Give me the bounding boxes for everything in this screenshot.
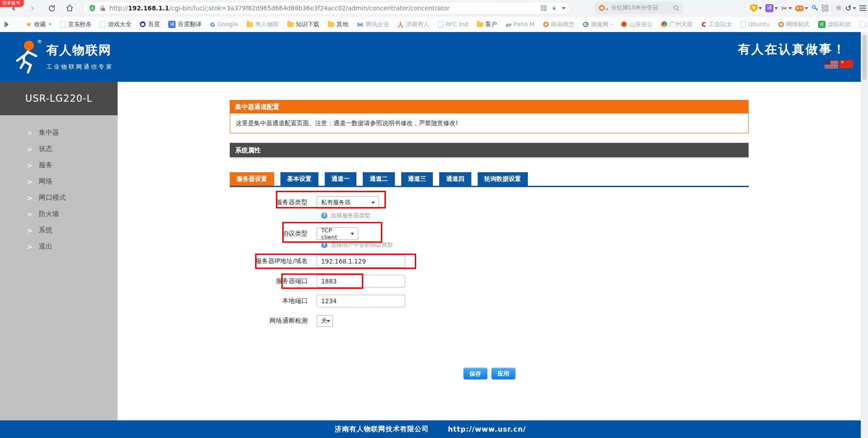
sidebar-menu: 集中器 状态 服务 网络 网口模式 防火墙 系统 退出 xyxy=(0,115,118,254)
url-text[interactable]: http://192.168.1.1/cgi-bin/luci/;stok=3a… xyxy=(109,5,537,12)
tencent-icon xyxy=(357,20,363,28)
search-engine-dropdown-icon[interactable] xyxy=(606,9,608,10)
qr-code-icon[interactable] xyxy=(541,5,547,11)
tab-server-settings[interactable]: 服务器设置 xyxy=(230,172,274,186)
bookmark-item[interactable]: 百度翻译 xyxy=(168,20,201,28)
bookmark-item[interactable]: 山东省公 xyxy=(621,20,653,28)
tab-channel-1[interactable]: 通道一 xyxy=(325,172,357,186)
address-bar[interactable]: http://192.168.1.1/cgi-bin/luci/;stok=3a… xyxy=(83,2,570,14)
bookmark-item[interactable]: 百度 xyxy=(140,20,160,28)
translate-extension[interactable] xyxy=(765,4,778,12)
footer-site-link[interactable]: http://www.usr.cn/ xyxy=(448,425,526,433)
tab-channel-3[interactable]: 通道三 xyxy=(401,172,433,186)
forward-button[interactable]: › xyxy=(26,2,39,14)
search-icon[interactable] xyxy=(673,5,679,11)
chevron-right-icon xyxy=(27,210,33,218)
bookmark-item[interactable]: 有人物联 xyxy=(247,20,279,28)
bookmark-item[interactable]: 知识下载 xyxy=(287,20,319,28)
doc-icon xyxy=(740,21,746,28)
tab-basic-settings[interactable]: 基本设置 xyxy=(280,172,318,186)
address-dropdown-icon[interactable] xyxy=(562,7,565,9)
server-type-help: 选择服务器类型 xyxy=(321,212,749,220)
sidebar-item-network[interactable]: 网络 xyxy=(0,173,118,189)
chevron-down-icon[interactable] xyxy=(853,7,856,9)
bookmark-item[interactable]: 测速网 - xyxy=(583,20,612,28)
bookmark-item[interactable]: 远程升级 xyxy=(860,20,868,28)
sidebar-item-logout[interactable]: 退出 xyxy=(0,238,118,254)
refresh-button[interactable] xyxy=(45,2,58,14)
chevron-right-icon xyxy=(27,128,33,137)
bookmark-item[interactable]: Ubuntu xyxy=(740,21,770,28)
games-extension[interactable] xyxy=(795,5,808,11)
chevron-down-icon[interactable] xyxy=(788,7,792,9)
lightning-icon[interactable] xyxy=(551,5,557,12)
server-type-select[interactable]: 私有服务器 xyxy=(317,196,379,209)
bookmark-item[interactable]: RFC Ind xyxy=(438,21,468,28)
server-port-input[interactable] xyxy=(317,275,405,287)
url-path: /cgi-bin/luci/;stok=3a379f82d965d664d88b… xyxy=(169,5,450,12)
login-account-badge[interactable]: 登录账号 xyxy=(0,0,24,7)
insecure-lock-icon[interactable] xyxy=(99,5,106,12)
sidebar-item-port-mode[interactable]: 网口模式 xyxy=(0,189,118,206)
sidebar-item-status[interactable]: 状态 xyxy=(0,141,118,157)
sidebar-item-concentrator[interactable]: 集中器 xyxy=(0,124,118,141)
bookmark-item[interactable]: 广州天嵌 xyxy=(661,20,693,28)
home-button[interactable] xyxy=(63,2,76,14)
bookmark-item[interactable]: 客户 xyxy=(477,20,497,28)
form-row-server-ip: 服务器IP地址/域名 xyxy=(230,255,749,268)
net-detect-select[interactable]: 关 xyxy=(317,315,333,327)
menu-icon[interactable] xyxy=(859,5,866,11)
scrollbar-thumb[interactable] xyxy=(862,35,867,80)
bookmark-item[interactable]: 京东秒杀 xyxy=(60,20,91,28)
bookmark-item[interactable]: Paho M xyxy=(506,20,535,28)
server-ip-input[interactable] xyxy=(317,255,405,268)
apply-button[interactable]: 应用 xyxy=(491,367,516,380)
tab-channel-2[interactable]: 通道二 xyxy=(363,172,395,186)
cn-flag-icon[interactable] xyxy=(840,60,853,68)
bookmark-item[interactable]: 虚拟机软 xyxy=(818,20,851,28)
chevron-down-icon[interactable] xyxy=(774,7,778,9)
sidebar-item-services[interactable]: 服务 xyxy=(0,157,118,173)
us-flag-icon[interactable] xyxy=(825,60,838,68)
screenshot-tool[interactable] xyxy=(781,4,792,13)
person-icon xyxy=(398,20,403,29)
home-icon xyxy=(66,4,74,12)
local-port-input[interactable] xyxy=(317,295,405,307)
wallet-shield-extension[interactable] xyxy=(750,4,762,12)
net-detect-label: 网络通断检测 xyxy=(230,317,312,325)
apps-grid-icon[interactable] xyxy=(822,5,829,12)
bookmark-item[interactable]: 路由器怎 xyxy=(543,20,574,28)
bookmark-item[interactable]: Google xyxy=(210,20,238,28)
green-square-icon xyxy=(818,21,825,28)
bookmark-item[interactable]: 网络制式 xyxy=(778,20,810,28)
bookmark-item[interactable]: 其他 xyxy=(328,20,348,28)
chevron-down-icon[interactable] xyxy=(805,7,808,9)
sidebar-item-firewall[interactable]: 防火墙 xyxy=(0,206,118,222)
url-scheme: http:// xyxy=(109,5,128,12)
bookmark-item[interactable]: 工业以太 xyxy=(702,20,732,28)
search-box[interactable]: 全红婵10米台夺冠 xyxy=(595,2,683,14)
language-flags xyxy=(825,60,853,68)
settings-tabs: 服务器设置 基本设置 通道一 通道二 通道三 通道四 轮询数据设置 xyxy=(230,172,749,187)
tab-channel-4[interactable]: 通道四 xyxy=(439,172,471,186)
browser-window: 登录账号 ‹ › http://192.168.1.1/cgi-bin/luci… xyxy=(0,0,868,438)
bookmark-favorites[interactable]: 收藏 xyxy=(26,20,52,28)
search-input[interactable]: 全红婵10米台夺冠 xyxy=(611,4,673,12)
form-row-server-port: 服务器端口 xyxy=(230,275,749,287)
save-button[interactable]: 保存 xyxy=(463,367,488,380)
adblock-shield-icon[interactable] xyxy=(89,5,96,12)
protocol-type-select[interactable]: TCP client xyxy=(317,227,358,240)
tab-polling-data[interactable]: 轮询数据设置 xyxy=(478,172,528,186)
theme-icon[interactable] xyxy=(835,4,842,13)
bookmark-item[interactable]: 济南有人 xyxy=(398,20,429,29)
history-restore[interactable] xyxy=(845,4,856,13)
bookmark-item[interactable]: 腾讯企业 xyxy=(357,20,389,28)
search-engine-logo-icon[interactable] xyxy=(599,5,605,11)
page-scrollbar[interactable] xyxy=(861,32,868,438)
password-key-icon[interactable] xyxy=(811,5,819,12)
sidebar-item-system[interactable]: 系统 xyxy=(0,222,118,238)
chevron-down-icon[interactable] xyxy=(759,7,762,9)
sidebar-toggle-icon[interactable] xyxy=(5,22,9,27)
protocol-type-label: 协议类型 xyxy=(230,230,312,238)
bookmark-item[interactable]: 游戏大全 xyxy=(100,20,131,28)
